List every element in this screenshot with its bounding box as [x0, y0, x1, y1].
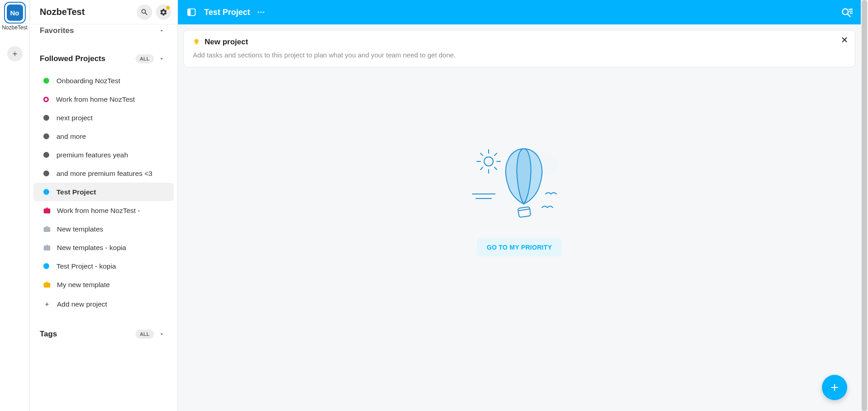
plus-icon [43, 301, 51, 307]
more-horizontal-icon [257, 8, 266, 17]
hint-card: New project Add tasks and sections to th… [183, 30, 855, 67]
project-item[interactable]: Work from home NozTest - [33, 201, 174, 220]
project-color-dot [43, 263, 49, 269]
project-color-dot [43, 115, 49, 121]
favorites-section-header[interactable]: Favorites [30, 24, 177, 38]
add-new-project-label: Add new project [57, 300, 107, 308]
project-item[interactable]: premium features yeah [33, 146, 174, 164]
project-label: and more premium features <3 [56, 170, 152, 178]
tags-collapse-toggle[interactable] [159, 331, 168, 337]
project-label: New templates [57, 225, 103, 233]
search-icon [140, 8, 149, 16]
project-label: next project [56, 114, 93, 122]
hint-close-button[interactable] [840, 36, 849, 44]
followed-section-header[interactable]: Followed Projects ALL [30, 46, 177, 66]
project-item[interactable]: Test Project [33, 183, 174, 201]
project-label: and more [56, 132, 86, 141]
sidebar-title: NozbeTest [40, 7, 133, 17]
project-item[interactable]: My new template [33, 275, 174, 294]
workspace-avatar[interactable]: No [4, 2, 26, 24]
filter-button[interactable] [841, 6, 853, 18]
gear-icon [159, 8, 168, 16]
page-scrollbar[interactable] [861, 0, 868, 411]
followed-filter-chip[interactable]: ALL [135, 54, 154, 63]
svg-line-19 [481, 167, 483, 170]
lightbulb-icon [193, 38, 200, 47]
empty-state: GO TO MY PRIORITY [178, 67, 861, 411]
sidebar: NozbeTest Favorites Followed Projects AL… [30, 0, 178, 411]
sidebar-toggle-icon [187, 7, 196, 17]
svg-point-3 [260, 11, 261, 13]
briefcase-icon [43, 282, 51, 288]
tags-section-header[interactable]: Tags ALL [30, 321, 177, 341]
project-item[interactable]: Onboarding NozTest [33, 71, 174, 90]
hint-subtitle: Add tasks and sections to this project t… [193, 51, 846, 59]
project-label: premium features yeah [56, 151, 128, 159]
briefcase-icon [43, 245, 51, 251]
project-item[interactable]: New templates - kopia [33, 238, 174, 257]
workspace-name-label: NozbeTest [2, 24, 28, 31]
project-item[interactable]: next project [33, 109, 174, 127]
workspace-strip: No NozbeTest [0, 0, 30, 411]
project-item[interactable]: and more [33, 127, 174, 146]
svg-line-6 [848, 14, 850, 17]
project-label: Work from home NozTest - [57, 207, 140, 215]
svg-point-2 [257, 11, 259, 13]
add-workspace-button[interactable] [7, 46, 23, 61]
svg-line-22 [518, 209, 530, 211]
project-label: Work from home NozTest [56, 95, 135, 104]
chevron-down-icon [159, 56, 165, 62]
project-color-dot [43, 170, 49, 176]
filter-icon [841, 6, 853, 18]
search-button[interactable] [137, 5, 152, 20]
go-to-priority-button[interactable]: GO TO MY PRIORITY [477, 238, 562, 256]
svg-rect-21 [518, 207, 531, 217]
settings-button[interactable] [156, 5, 171, 20]
chevron-down-icon [159, 28, 165, 34]
project-title: Test Project [204, 8, 250, 17]
svg-line-20 [495, 153, 497, 156]
project-label: Test Project [56, 188, 96, 196]
topbar: Test Project [178, 0, 861, 24]
briefcase-icon [43, 208, 51, 214]
add-task-fab[interactable] [822, 375, 847, 400]
tags-filter-chip[interactable]: ALL [135, 330, 154, 339]
main-panel: Test Project New project Add tasks and s… [178, 0, 861, 411]
project-color-dot [43, 152, 49, 158]
close-icon [840, 36, 849, 44]
project-item[interactable]: New templates [33, 220, 174, 238]
svg-rect-1 [188, 9, 191, 16]
project-item[interactable]: and more premium features <3 [33, 164, 174, 183]
settings-notification-dot [166, 6, 170, 9]
project-item[interactable]: Work from home NozTest [33, 90, 174, 109]
project-label: My new template [57, 281, 110, 289]
chevron-down-icon [159, 331, 165, 337]
add-new-project-button[interactable]: Add new project [33, 295, 174, 313]
favorites-collapse-toggle[interactable] [159, 28, 168, 34]
workspace-avatar-abbr: No [7, 5, 23, 21]
project-color-ring [43, 97, 49, 102]
project-list: Onboarding NozTestWork from home NozTest… [30, 71, 177, 294]
favorites-section-title: Favorites [40, 26, 159, 35]
sidebar-scroll-area[interactable]: Favorites Followed Projects ALL Onboardi… [30, 24, 177, 411]
project-label: Test Project - kopia [56, 262, 116, 270]
svg-line-18 [495, 167, 497, 170]
project-label: New templates - kopia [57, 244, 126, 252]
project-label: Onboarding NozTest [56, 77, 120, 85]
followed-section-title: Followed Projects [40, 54, 135, 63]
svg-point-4 [263, 11, 264, 13]
sidebar-toggle-button[interactable] [186, 7, 197, 17]
followed-collapse-toggle[interactable] [159, 56, 168, 62]
hint-title: New project [205, 38, 248, 47]
project-item[interactable]: Test Project - kopia [33, 257, 174, 275]
empty-illustration [470, 140, 569, 226]
plus-icon [11, 50, 19, 57]
project-more-button[interactable] [257, 8, 266, 17]
svg-line-17 [481, 153, 483, 156]
project-color-dot [43, 189, 49, 195]
project-color-dot [43, 133, 49, 139]
tags-section-title: Tags [40, 330, 135, 339]
page-scrollbar-thumb[interactable] [862, 0, 867, 411]
plus-icon [829, 382, 840, 393]
sidebar-header: NozbeTest [30, 0, 177, 24]
